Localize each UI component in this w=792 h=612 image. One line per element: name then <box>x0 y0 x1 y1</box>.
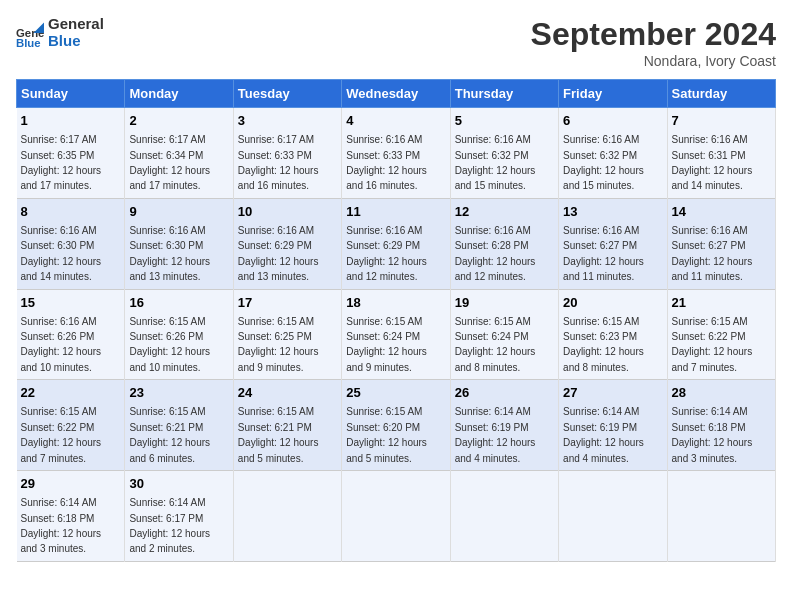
calendar-cell <box>559 471 667 562</box>
month-title: September 2024 <box>531 16 776 53</box>
day-info: Sunrise: 6:15 AMSunset: 6:24 PMDaylight:… <box>455 316 536 373</box>
day-number: 24 <box>238 384 337 402</box>
day-number: 20 <box>563 294 662 312</box>
calendar-cell: 6 Sunrise: 6:16 AMSunset: 6:32 PMDayligh… <box>559 108 667 199</box>
day-info: Sunrise: 6:16 AMSunset: 6:32 PMDaylight:… <box>563 134 644 191</box>
day-info: Sunrise: 6:17 AMSunset: 6:34 PMDaylight:… <box>129 134 210 191</box>
calendar-cell <box>233 471 341 562</box>
day-number: 1 <box>21 112 121 130</box>
day-number: 7 <box>672 112 771 130</box>
day-info: Sunrise: 6:16 AMSunset: 6:27 PMDaylight:… <box>672 225 753 282</box>
day-info: Sunrise: 6:16 AMSunset: 6:32 PMDaylight:… <box>455 134 536 191</box>
calendar-cell: 4 Sunrise: 6:16 AMSunset: 6:33 PMDayligh… <box>342 108 450 199</box>
day-number: 29 <box>21 475 121 493</box>
weekday-header: Monday <box>125 80 233 108</box>
day-info: Sunrise: 6:16 AMSunset: 6:29 PMDaylight:… <box>238 225 319 282</box>
logo: General Blue General Blue <box>16 16 104 49</box>
day-info: Sunrise: 6:15 AMSunset: 6:20 PMDaylight:… <box>346 406 427 463</box>
svg-text:Blue: Blue <box>16 37 41 47</box>
calendar-table: SundayMondayTuesdayWednesdayThursdayFrid… <box>16 79 776 562</box>
day-info: Sunrise: 6:16 AMSunset: 6:29 PMDaylight:… <box>346 225 427 282</box>
weekday-header: Friday <box>559 80 667 108</box>
day-number: 27 <box>563 384 662 402</box>
day-info: Sunrise: 6:16 AMSunset: 6:30 PMDaylight:… <box>21 225 102 282</box>
calendar-cell: 14 Sunrise: 6:16 AMSunset: 6:27 PMDaylig… <box>667 198 775 289</box>
day-number: 3 <box>238 112 337 130</box>
calendar-cell: 30 Sunrise: 6:14 AMSunset: 6:17 PMDaylig… <box>125 471 233 562</box>
day-info: Sunrise: 6:16 AMSunset: 6:31 PMDaylight:… <box>672 134 753 191</box>
calendar-cell: 25 Sunrise: 6:15 AMSunset: 6:20 PMDaylig… <box>342 380 450 471</box>
calendar-week-row: 1 Sunrise: 6:17 AMSunset: 6:35 PMDayligh… <box>17 108 776 199</box>
location: Nondara, Ivory Coast <box>531 53 776 69</box>
day-number: 23 <box>129 384 228 402</box>
logo-text-general: General <box>48 16 104 33</box>
day-number: 22 <box>21 384 121 402</box>
calendar-cell: 8 Sunrise: 6:16 AMSunset: 6:30 PMDayligh… <box>17 198 125 289</box>
day-info: Sunrise: 6:14 AMSunset: 6:18 PMDaylight:… <box>21 497 102 554</box>
day-number: 9 <box>129 203 228 221</box>
calendar-cell: 18 Sunrise: 6:15 AMSunset: 6:24 PMDaylig… <box>342 289 450 380</box>
title-area: September 2024 Nondara, Ivory Coast <box>531 16 776 69</box>
calendar-cell: 7 Sunrise: 6:16 AMSunset: 6:31 PMDayligh… <box>667 108 775 199</box>
calendar-cell <box>450 471 558 562</box>
calendar-cell: 20 Sunrise: 6:15 AMSunset: 6:23 PMDaylig… <box>559 289 667 380</box>
weekday-header: Thursday <box>450 80 558 108</box>
calendar-cell: 5 Sunrise: 6:16 AMSunset: 6:32 PMDayligh… <box>450 108 558 199</box>
day-number: 19 <box>455 294 554 312</box>
day-info: Sunrise: 6:14 AMSunset: 6:19 PMDaylight:… <box>563 406 644 463</box>
day-info: Sunrise: 6:16 AMSunset: 6:30 PMDaylight:… <box>129 225 210 282</box>
day-number: 6 <box>563 112 662 130</box>
day-info: Sunrise: 6:17 AMSunset: 6:35 PMDaylight:… <box>21 134 102 191</box>
day-number: 8 <box>21 203 121 221</box>
day-info: Sunrise: 6:15 AMSunset: 6:22 PMDaylight:… <box>21 406 102 463</box>
calendar-cell: 27 Sunrise: 6:14 AMSunset: 6:19 PMDaylig… <box>559 380 667 471</box>
calendar-week-row: 15 Sunrise: 6:16 AMSunset: 6:26 PMDaylig… <box>17 289 776 380</box>
day-info: Sunrise: 6:15 AMSunset: 6:21 PMDaylight:… <box>129 406 210 463</box>
day-info: Sunrise: 6:16 AMSunset: 6:33 PMDaylight:… <box>346 134 427 191</box>
calendar-cell: 13 Sunrise: 6:16 AMSunset: 6:27 PMDaylig… <box>559 198 667 289</box>
day-info: Sunrise: 6:16 AMSunset: 6:28 PMDaylight:… <box>455 225 536 282</box>
calendar-cell: 15 Sunrise: 6:16 AMSunset: 6:26 PMDaylig… <box>17 289 125 380</box>
day-number: 11 <box>346 203 445 221</box>
day-info: Sunrise: 6:14 AMSunset: 6:17 PMDaylight:… <box>129 497 210 554</box>
calendar-cell: 21 Sunrise: 6:15 AMSunset: 6:22 PMDaylig… <box>667 289 775 380</box>
day-number: 5 <box>455 112 554 130</box>
calendar-cell: 22 Sunrise: 6:15 AMSunset: 6:22 PMDaylig… <box>17 380 125 471</box>
day-number: 17 <box>238 294 337 312</box>
calendar-cell <box>342 471 450 562</box>
logo-icon: General Blue <box>16 19 44 47</box>
day-info: Sunrise: 6:15 AMSunset: 6:26 PMDaylight:… <box>129 316 210 373</box>
day-number: 13 <box>563 203 662 221</box>
weekday-header-row: SundayMondayTuesdayWednesdayThursdayFrid… <box>17 80 776 108</box>
day-number: 12 <box>455 203 554 221</box>
day-number: 2 <box>129 112 228 130</box>
day-number: 4 <box>346 112 445 130</box>
calendar-cell: 12 Sunrise: 6:16 AMSunset: 6:28 PMDaylig… <box>450 198 558 289</box>
calendar-cell: 16 Sunrise: 6:15 AMSunset: 6:26 PMDaylig… <box>125 289 233 380</box>
calendar-cell: 26 Sunrise: 6:14 AMSunset: 6:19 PMDaylig… <box>450 380 558 471</box>
calendar-cell: 29 Sunrise: 6:14 AMSunset: 6:18 PMDaylig… <box>17 471 125 562</box>
day-info: Sunrise: 6:15 AMSunset: 6:22 PMDaylight:… <box>672 316 753 373</box>
weekday-header: Wednesday <box>342 80 450 108</box>
weekday-header: Sunday <box>17 80 125 108</box>
day-info: Sunrise: 6:15 AMSunset: 6:24 PMDaylight:… <box>346 316 427 373</box>
day-number: 21 <box>672 294 771 312</box>
calendar-cell: 10 Sunrise: 6:16 AMSunset: 6:29 PMDaylig… <box>233 198 341 289</box>
calendar-cell: 11 Sunrise: 6:16 AMSunset: 6:29 PMDaylig… <box>342 198 450 289</box>
logo-text-blue: Blue <box>48 33 104 50</box>
page-header: General Blue General Blue September 2024… <box>16 16 776 69</box>
day-number: 28 <box>672 384 771 402</box>
calendar-cell: 2 Sunrise: 6:17 AMSunset: 6:34 PMDayligh… <box>125 108 233 199</box>
day-info: Sunrise: 6:16 AMSunset: 6:26 PMDaylight:… <box>21 316 102 373</box>
calendar-week-row: 29 Sunrise: 6:14 AMSunset: 6:18 PMDaylig… <box>17 471 776 562</box>
day-number: 30 <box>129 475 228 493</box>
calendar-cell: 3 Sunrise: 6:17 AMSunset: 6:33 PMDayligh… <box>233 108 341 199</box>
weekday-header: Saturday <box>667 80 775 108</box>
day-info: Sunrise: 6:15 AMSunset: 6:25 PMDaylight:… <box>238 316 319 373</box>
day-number: 14 <box>672 203 771 221</box>
day-number: 25 <box>346 384 445 402</box>
calendar-cell: 19 Sunrise: 6:15 AMSunset: 6:24 PMDaylig… <box>450 289 558 380</box>
day-number: 18 <box>346 294 445 312</box>
calendar-week-row: 22 Sunrise: 6:15 AMSunset: 6:22 PMDaylig… <box>17 380 776 471</box>
day-info: Sunrise: 6:14 AMSunset: 6:18 PMDaylight:… <box>672 406 753 463</box>
